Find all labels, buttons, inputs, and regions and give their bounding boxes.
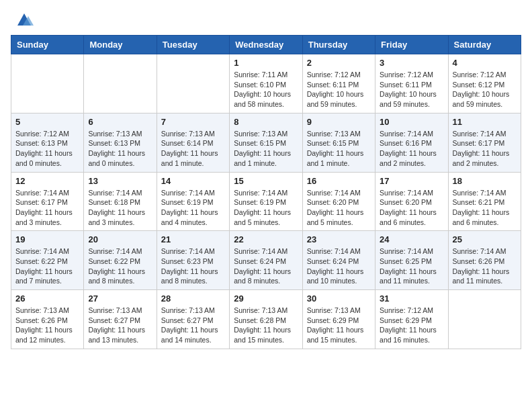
day-info: Sunrise: 7:14 AMSunset: 6:23 PMDaylight:… <box>161 246 225 286</box>
day-info: Sunrise: 7:14 AMSunset: 6:24 PMDaylight:… <box>234 246 298 286</box>
day-number: 29 <box>234 293 298 304</box>
calendar-cell: 26Sunrise: 7:13 AMSunset: 6:26 PMDayligh… <box>11 290 84 349</box>
day-info: Sunrise: 7:14 AMSunset: 6:16 PMDaylight:… <box>380 129 443 169</box>
day-info: Sunrise: 7:13 AMSunset: 6:27 PMDaylight:… <box>88 306 152 345</box>
day-number: 13 <box>88 176 152 186</box>
calendar-cell <box>448 290 521 349</box>
day-number: 8 <box>234 117 298 127</box>
day-number: 24 <box>380 234 443 244</box>
day-info: Sunrise: 7:14 AMSunset: 6:24 PMDaylight:… <box>307 246 371 286</box>
column-header-wednesday: Wednesday <box>230 36 302 54</box>
calendar-cell: 5Sunrise: 7:12 AMSunset: 6:13 PMDaylight… <box>11 113 84 172</box>
day-number: 30 <box>307 293 371 304</box>
day-info: Sunrise: 7:14 AMSunset: 6:25 PMDaylight:… <box>380 246 443 286</box>
day-number: 10 <box>380 117 443 127</box>
calendar-cell: 9Sunrise: 7:13 AMSunset: 6:15 PMDaylight… <box>302 113 375 172</box>
day-number: 25 <box>453 234 517 244</box>
calendar-cell: 3Sunrise: 7:12 AMSunset: 6:11 PMDaylight… <box>375 54 448 113</box>
calendar-cell <box>157 54 229 113</box>
day-number: 28 <box>161 293 225 304</box>
day-number: 11 <box>453 117 517 127</box>
calendar-cell: 28Sunrise: 7:13 AMSunset: 6:27 PMDayligh… <box>157 290 229 349</box>
logo-icon <box>15 11 34 30</box>
column-header-tuesday: Tuesday <box>157 36 229 54</box>
calendar-header-row: SundayMondayTuesdayWednesdayThursdayFrid… <box>11 36 521 54</box>
calendar-cell: 13Sunrise: 7:14 AMSunset: 6:18 PMDayligh… <box>84 172 157 231</box>
calendar-cell: 6Sunrise: 7:13 AMSunset: 6:13 PMDaylight… <box>84 113 157 172</box>
day-info: Sunrise: 7:14 AMSunset: 6:21 PMDaylight:… <box>453 188 517 228</box>
calendar-table: SundayMondayTuesdayWednesdayThursdayFrid… <box>11 35 521 349</box>
day-number: 14 <box>161 176 225 186</box>
day-info: Sunrise: 7:14 AMSunset: 6:17 PMDaylight:… <box>453 129 517 169</box>
calendar-cell: 30Sunrise: 7:13 AMSunset: 6:29 PMDayligh… <box>302 290 375 349</box>
day-info: Sunrise: 7:13 AMSunset: 6:15 PMDaylight:… <box>307 129 371 169</box>
calendar-cell: 4Sunrise: 7:12 AMSunset: 6:12 PMDaylight… <box>448 54 521 113</box>
calendar-cell: 16Sunrise: 7:14 AMSunset: 6:20 PMDayligh… <box>302 172 375 231</box>
day-number: 5 <box>15 117 79 127</box>
calendar-cell: 18Sunrise: 7:14 AMSunset: 6:21 PMDayligh… <box>448 172 521 231</box>
calendar-week-1: 1Sunrise: 7:11 AMSunset: 6:10 PMDaylight… <box>11 54 521 113</box>
day-info: Sunrise: 7:13 AMSunset: 6:14 PMDaylight:… <box>161 129 225 169</box>
calendar-week-3: 12Sunrise: 7:14 AMSunset: 6:17 PMDayligh… <box>11 172 521 231</box>
day-number: 27 <box>88 293 152 304</box>
day-number: 3 <box>380 58 443 68</box>
calendar-cell: 19Sunrise: 7:14 AMSunset: 6:22 PMDayligh… <box>11 231 84 290</box>
day-number: 17 <box>380 176 443 186</box>
column-header-thursday: Thursday <box>302 36 375 54</box>
day-number: 21 <box>161 234 225 244</box>
day-info: Sunrise: 7:14 AMSunset: 6:19 PMDaylight:… <box>234 188 298 228</box>
day-number: 20 <box>88 234 152 244</box>
day-info: Sunrise: 7:12 AMSunset: 6:13 PMDaylight:… <box>15 129 79 169</box>
calendar-cell: 29Sunrise: 7:13 AMSunset: 6:28 PMDayligh… <box>230 290 302 349</box>
day-number: 18 <box>453 176 517 186</box>
column-header-monday: Monday <box>84 36 157 54</box>
day-info: Sunrise: 7:11 AMSunset: 6:10 PMDaylight:… <box>234 70 298 109</box>
day-info: Sunrise: 7:14 AMSunset: 6:17 PMDaylight:… <box>15 188 79 228</box>
calendar-cell: 10Sunrise: 7:14 AMSunset: 6:16 PMDayligh… <box>375 113 448 172</box>
calendar-week-2: 5Sunrise: 7:12 AMSunset: 6:13 PMDaylight… <box>11 113 521 172</box>
calendar-cell: 25Sunrise: 7:14 AMSunset: 6:26 PMDayligh… <box>448 231 521 290</box>
day-info: Sunrise: 7:14 AMSunset: 6:22 PMDaylight:… <box>15 246 79 286</box>
day-number: 9 <box>307 117 371 127</box>
calendar-cell: 12Sunrise: 7:14 AMSunset: 6:17 PMDayligh… <box>11 172 84 231</box>
day-number: 7 <box>161 117 225 127</box>
day-number: 4 <box>453 58 517 68</box>
column-header-saturday: Saturday <box>448 36 521 54</box>
page-header <box>11 11 521 30</box>
calendar-cell <box>11 54 84 113</box>
day-number: 26 <box>15 293 79 304</box>
day-info: Sunrise: 7:14 AMSunset: 6:22 PMDaylight:… <box>88 246 152 286</box>
day-number: 6 <box>88 117 152 127</box>
calendar-cell: 27Sunrise: 7:13 AMSunset: 6:27 PMDayligh… <box>84 290 157 349</box>
calendar-cell: 24Sunrise: 7:14 AMSunset: 6:25 PMDayligh… <box>375 231 448 290</box>
logo <box>11 11 34 30</box>
day-info: Sunrise: 7:14 AMSunset: 6:20 PMDaylight:… <box>307 188 371 228</box>
day-number: 31 <box>380 293 443 304</box>
calendar-cell: 1Sunrise: 7:11 AMSunset: 6:10 PMDaylight… <box>230 54 302 113</box>
day-info: Sunrise: 7:12 AMSunset: 6:11 PMDaylight:… <box>307 70 371 109</box>
day-number: 23 <box>307 234 371 244</box>
day-number: 19 <box>15 234 79 244</box>
calendar-cell: 2Sunrise: 7:12 AMSunset: 6:11 PMDaylight… <box>302 54 375 113</box>
calendar-cell: 23Sunrise: 7:14 AMSunset: 6:24 PMDayligh… <box>302 231 375 290</box>
day-info: Sunrise: 7:13 AMSunset: 6:13 PMDaylight:… <box>88 129 152 169</box>
calendar-week-4: 19Sunrise: 7:14 AMSunset: 6:22 PMDayligh… <box>11 231 521 290</box>
day-info: Sunrise: 7:14 AMSunset: 6:26 PMDaylight:… <box>453 246 517 286</box>
calendar-cell: 22Sunrise: 7:14 AMSunset: 6:24 PMDayligh… <box>230 231 302 290</box>
day-info: Sunrise: 7:14 AMSunset: 6:19 PMDaylight:… <box>161 188 225 228</box>
day-number: 1 <box>234 58 298 68</box>
calendar-cell: 11Sunrise: 7:14 AMSunset: 6:17 PMDayligh… <box>448 113 521 172</box>
calendar-cell: 7Sunrise: 7:13 AMSunset: 6:14 PMDaylight… <box>157 113 229 172</box>
calendar-cell <box>84 54 157 113</box>
column-header-friday: Friday <box>375 36 448 54</box>
calendar-cell: 17Sunrise: 7:14 AMSunset: 6:20 PMDayligh… <box>375 172 448 231</box>
day-number: 16 <box>307 176 371 186</box>
calendar-cell: 31Sunrise: 7:12 AMSunset: 6:29 PMDayligh… <box>375 290 448 349</box>
day-info: Sunrise: 7:13 AMSunset: 6:27 PMDaylight:… <box>161 306 225 345</box>
day-info: Sunrise: 7:12 AMSunset: 6:29 PMDaylight:… <box>380 306 443 345</box>
day-number: 15 <box>234 176 298 186</box>
day-number: 2 <box>307 58 371 68</box>
calendar-week-5: 26Sunrise: 7:13 AMSunset: 6:26 PMDayligh… <box>11 290 521 349</box>
day-info: Sunrise: 7:13 AMSunset: 6:15 PMDaylight:… <box>234 129 298 169</box>
calendar-cell: 8Sunrise: 7:13 AMSunset: 6:15 PMDaylight… <box>230 113 302 172</box>
